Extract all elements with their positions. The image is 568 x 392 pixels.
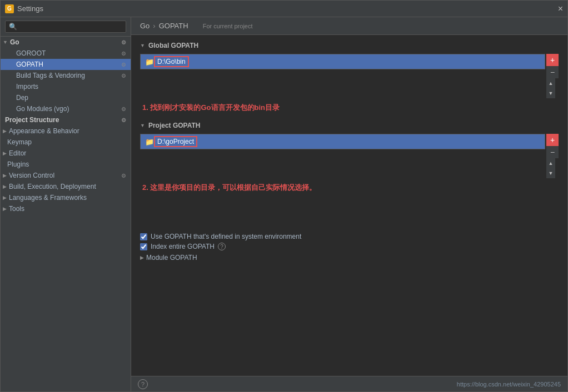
global-gopath-annotation: 1. 找到刚才安装的Go语言开发包的bin目录 [142,103,559,113]
global-gopath-up-button[interactable]: ▲ [546,78,555,88]
main-content: ▼ Go ⚙ GOROOT ⚙ GOPATH ⚙ Build Tags & Ve… [1,17,567,391]
sidebar-item-dep[interactable]: Dep [1,92,131,103]
appearance-behavior-label: Appearance & Behavior [9,127,79,135]
sidebar-item-version-control[interactable]: ▶ Version Control ⚙ [1,170,131,181]
sidebar-go-label: Go [10,38,19,46]
build-settings-icon: ⚙ [121,73,126,79]
project-gopath-triangle[interactable]: ▼ [140,123,145,128]
project-gopath-annotation: 2. 这里是你项目的目录，可以根据自己实际情况选择。 [142,183,559,193]
sidebar-item-imports[interactable]: Imports [1,81,131,92]
version-control-label: Version Control [9,172,54,179]
sidebar-item-go-modules[interactable]: Go Modules (vgo) ⚙ [1,103,131,114]
editor-triangle: ▶ [3,150,7,156]
project-gopath-buttons: + − ▲ ▼ [546,134,559,178]
index-gopath-checkbox[interactable] [140,243,147,250]
module-gopath-label: Module GOPATH [146,254,197,262]
index-gopath-help-icon[interactable]: ? [218,243,226,250]
search-input[interactable] [5,21,126,33]
project-gopath-value: D:\goProject [154,136,197,147]
global-gopath-triangle[interactable]: ▼ [140,43,145,48]
url-watermark: https://blog.csdn.net/weixin_42905245 [457,381,561,388]
go-triangle: ▼ [3,39,8,45]
global-gopath-value: D:\Go\bin [154,56,189,67]
titlebar: G Settings × [1,1,567,17]
module-gopath-section[interactable]: ▶ Module GOPATH [140,254,559,262]
plugins-label: Plugins [7,160,29,168]
go-modules-settings-icon: ⚙ [121,106,126,112]
global-gopath-remove-button[interactable]: − [546,66,559,78]
module-gopath-triangle: ▶ [140,255,144,260]
titlebar-left: G Settings [5,4,43,13]
search-box [1,17,131,37]
sidebar-item-go[interactable]: ▼ Go ⚙ [1,37,131,48]
global-gopath-add-button[interactable]: + [546,54,559,66]
goroot-label: GOROOT [16,49,46,57]
settings-window: G Settings × ▼ Go ⚙ GOROOT ⚙ GOPATH ⚙ [0,0,568,392]
project-gopath-add-button[interactable]: + [546,134,559,146]
go-modules-label: Go Modules (vgo) [16,105,69,113]
sidebar-item-appearance-behavior[interactable]: ▶ Appearance & Behavior [1,125,131,137]
tools-triangle: ▶ [3,206,7,212]
global-gopath-header: ▼ Global GOPATH [140,42,559,49]
goroot-settings-icon: ⚙ [121,51,126,57]
global-gopath-title: Global GOPATH [148,42,198,49]
sidebar-item-build-tags[interactable]: Build Tags & Vendoring ⚙ [1,70,131,81]
project-structure-label: Project Structure [5,116,59,124]
sidebar: ▼ Go ⚙ GOROOT ⚙ GOPATH ⚙ Build Tags & Ve… [1,17,131,391]
project-gopath-list: 📁 D:\goProject [140,134,545,149]
spacer [140,199,559,233]
sidebar-item-languages-frameworks[interactable]: ▶ Languages & Frameworks [1,192,131,203]
sidebar-item-tools[interactable]: ▶ Tools [1,203,131,214]
sidebar-item-project-structure[interactable]: Project Structure ⚙ [1,114,131,125]
ps-settings-icon: ⚙ [121,117,126,123]
editor-label: Editor [9,149,26,157]
content-area: Go › GOPATH For current project ▼ Global… [131,17,567,391]
gopath-settings-icon: ⚙ [121,62,126,68]
global-gopath-row: 📁 D:\Go\bin + − ▲ ▼ [140,54,559,98]
project-gopath-header: ▼ Project GOPATH [140,122,559,129]
project-gopath-down-button[interactable]: ▼ [546,168,555,178]
breadcrumb-gopath: GOPATH [159,22,188,30]
use-gopath-env-label: Use GOPATH that's defined in system envi… [151,233,301,240]
sidebar-item-keymap[interactable]: Keymap [1,137,131,148]
go-settings-icon: ⚙ [121,39,126,46]
app-icon: G [5,4,14,13]
project-gopath-entry[interactable]: 📁 D:\goProject [141,134,545,149]
be-triangle: ▶ [3,184,7,189]
bottom-bar: ? https://blog.csdn.net/weixin_42905245 [131,376,567,391]
global-gopath-buttons: + − ▲ ▼ [546,54,559,98]
sidebar-item-editor[interactable]: ▶ Editor [1,148,131,159]
keymap-label: Keymap [7,138,32,146]
global-gopath-entry[interactable]: 📁 D:\Go\bin [141,54,545,69]
use-gopath-env-checkbox[interactable] [140,233,147,240]
global-gopath-list: 📁 D:\Go\bin [140,54,545,69]
gopath-label: GOPATH [16,61,43,68]
tools-label: Tools [9,205,24,213]
help-button[interactable]: ? [138,379,148,389]
sidebar-item-gopath[interactable]: GOPATH ⚙ [1,59,131,70]
ab-triangle: ▶ [3,128,7,134]
project-gopath-remove-button[interactable]: − [546,146,559,158]
index-gopath-row: Index entire GOPATH ? [140,243,559,250]
use-gopath-env-row: Use GOPATH that's defined in system envi… [140,233,559,240]
vc-settings-icon: ⚙ [121,173,126,179]
sidebar-item-plugins[interactable]: Plugins [1,159,131,170]
project-gopath-row: 📁 D:\goProject + − ▲ ▼ [140,134,559,178]
build-tags-label: Build Tags & Vendoring [16,72,85,79]
window-title: Settings [17,4,43,13]
project-gopath-up-button[interactable]: ▲ [546,158,555,168]
dep-label: Dep [16,94,28,102]
close-button[interactable]: × [558,4,563,13]
index-gopath-label: Index entire GOPATH [151,243,215,250]
folder-icon: 📁 [145,58,154,66]
content-body: ▼ Global GOPATH 📁 D:\Go\bin + − ▲ ▼ [131,35,567,376]
sidebar-item-build-execution[interactable]: ▶ Build, Execution, Deployment [1,181,131,192]
for-current-project: For current project [203,23,253,29]
languages-frameworks-label: Languages & Frameworks [9,194,87,202]
build-execution-label: Build, Execution, Deployment [9,183,96,190]
project-gopath-title: Project GOPATH [148,122,201,129]
global-gopath-down-button[interactable]: ▼ [546,88,555,98]
project-folder-icon: 📁 [145,138,154,146]
imports-label: Imports [16,83,38,91]
sidebar-item-goroot[interactable]: GOROOT ⚙ [1,48,131,59]
